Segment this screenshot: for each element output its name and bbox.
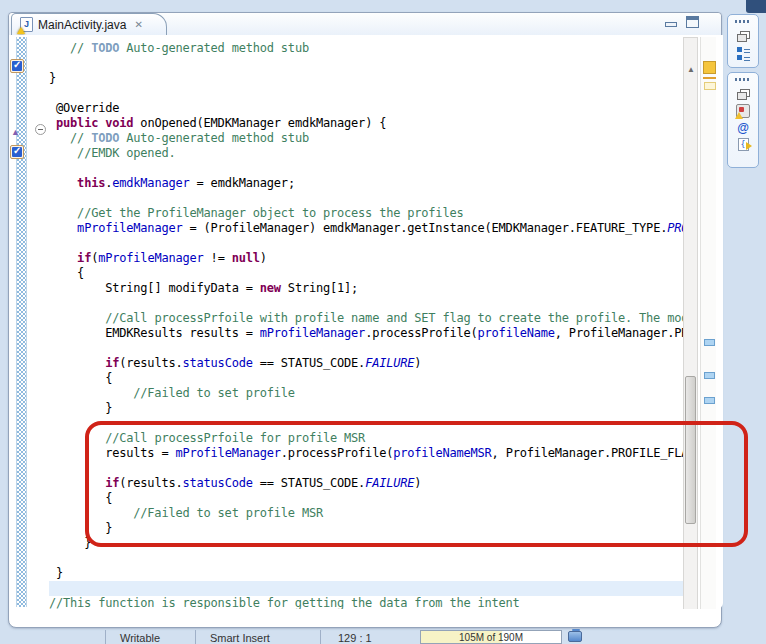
code-line: //Call processPrfoile with profile name … (49, 311, 683, 326)
minimized-view-bar-top (727, 14, 759, 68)
minimize-button[interactable] (664, 16, 676, 28)
code-line (49, 461, 683, 476)
code-line: EMDKResults results = mProfileManager.pr… (49, 326, 683, 341)
code-line (49, 191, 683, 206)
status-divider (320, 630, 321, 644)
override-indicator-icon[interactable]: ▲ (11, 128, 20, 137)
minimized-view-bar-bottom: @ { (727, 72, 759, 168)
code-line: //Call processPrfoile for profile MSR (49, 431, 683, 446)
code-line: results = mProfileManager.processProfile… (49, 446, 683, 461)
editor-gutter: ▲ (9, 35, 49, 609)
code-line: if(mProfileManager != null) (49, 251, 683, 266)
editor-window-controls (664, 16, 699, 28)
code-line: } (49, 401, 683, 416)
overview-occurrence-marker[interactable] (704, 339, 715, 346)
status-writable: Writable (120, 632, 160, 644)
task-marker-icon[interactable] (10, 59, 24, 73)
code-line: //EMDK opened. (49, 146, 683, 161)
eclipse-window: J MainActivity.java ✕ ▲ // TODO Auto-gen… (0, 0, 766, 644)
code-line (49, 161, 683, 176)
overview-warning-marker-pale[interactable] (704, 82, 716, 90)
restore-icon (737, 31, 749, 41)
window-corner-accent (746, 0, 766, 13)
code-line (49, 236, 683, 251)
code-line: } (49, 71, 683, 86)
code-line: mProfileManager = (ProfileManager) emdkM… (49, 221, 683, 236)
vertical-scrollbar[interactable]: ▲ ▼ (683, 37, 698, 609)
code-line: { (49, 266, 683, 281)
warning-badge-icon (17, 27, 25, 34)
editor-content: ▲ // TODO Auto-generated method stub} @O… (9, 35, 723, 609)
editor-panel: J MainActivity.java ✕ ▲ // TODO Auto-gen… (8, 12, 722, 628)
tab-title: MainActivity.java (38, 18, 126, 32)
code-line: // TODO Auto-generated method stub (49, 131, 683, 146)
heap-status-text: 105M of 190M (421, 632, 561, 643)
editor-tab-bar: J MainActivity.java ✕ (9, 13, 721, 35)
code-line: } (49, 566, 683, 581)
garbage-collect-icon[interactable] (568, 631, 582, 642)
tab-mainactivity[interactable]: J MainActivity.java ✕ (11, 13, 167, 35)
code-line (49, 86, 683, 101)
overview-occurrence-marker[interactable] (704, 372, 715, 379)
status-insert-mode: Smart Insert (210, 632, 270, 644)
restore-view-button[interactable] (733, 85, 753, 102)
quick-diff-bar (16, 37, 27, 607)
code-line: //Failed to set profile (49, 386, 683, 401)
fold-collapse-icon[interactable] (35, 124, 46, 135)
code-line: // TODO Auto-generated method stub (49, 41, 683, 56)
code-line: } (49, 536, 683, 551)
overview-warning-underline (703, 77, 716, 79)
javadoc-view-button[interactable]: @ (733, 119, 753, 136)
code-line: String[] modifyData = new String[1]; (49, 281, 683, 296)
status-divider (105, 630, 106, 644)
vertical-scrollbar-thumb[interactable] (685, 376, 696, 524)
code-line: //This function is responsible for getti… (49, 596, 683, 609)
code-line (49, 341, 683, 356)
javadoc-icon: @ (737, 121, 749, 135)
code-line (49, 551, 683, 566)
current-line-highlight (49, 581, 683, 596)
drag-handle-icon[interactable] (735, 78, 751, 81)
code-editor[interactable]: // TODO Auto-generated method stub} @Ove… (49, 41, 683, 609)
code-line: @Override (49, 101, 683, 116)
code-line: { (49, 371, 683, 386)
status-divider (195, 630, 196, 644)
java-file-icon: J (20, 17, 33, 32)
logcat-icon (736, 104, 750, 118)
tab-close-icon[interactable]: ✕ (134, 19, 142, 30)
status-cursor-position: 129 : 1 (338, 632, 372, 644)
overview-ruler (700, 37, 716, 609)
code-line: } (49, 521, 683, 536)
restore-icon (737, 89, 749, 99)
code-line: { (49, 491, 683, 506)
drag-handle-icon[interactable] (735, 20, 751, 23)
code-line: //Failed to set profile MSR (49, 506, 683, 521)
code-line (49, 416, 683, 431)
logcat-view-button[interactable] (733, 102, 753, 119)
code-line: public void onOpened(EMDKManager emdkMan… (49, 116, 683, 131)
declaration-view-button[interactable]: { (733, 136, 753, 153)
code-line: if(results.statusCode == STATUS_CODE.FAI… (49, 356, 683, 371)
overview-occurrence-marker[interactable] (704, 397, 715, 404)
status-bar: Writable Smart Insert 129 : 1 105M of 19… (0, 628, 766, 644)
code-line: if(results.statusCode == STATUS_CODE.FAI… (49, 476, 683, 491)
scroll-up-icon[interactable]: ▲ (687, 66, 695, 74)
maximize-button[interactable] (686, 16, 699, 28)
code-line: //Get the ProfileManager object to proce… (49, 206, 683, 221)
code-line (49, 56, 683, 71)
declaration-icon: { (738, 138, 749, 151)
code-line: this.emdkManager = emdkManager; (49, 176, 683, 191)
code-line (49, 296, 683, 311)
heap-status-widget: 105M of 190M (420, 630, 562, 644)
outline-view-button[interactable] (733, 44, 753, 61)
outline-icon (736, 46, 750, 60)
restore-view-button[interactable] (733, 27, 753, 44)
task-marker-icon[interactable] (10, 145, 24, 159)
overview-warning-marker[interactable] (703, 61, 716, 74)
